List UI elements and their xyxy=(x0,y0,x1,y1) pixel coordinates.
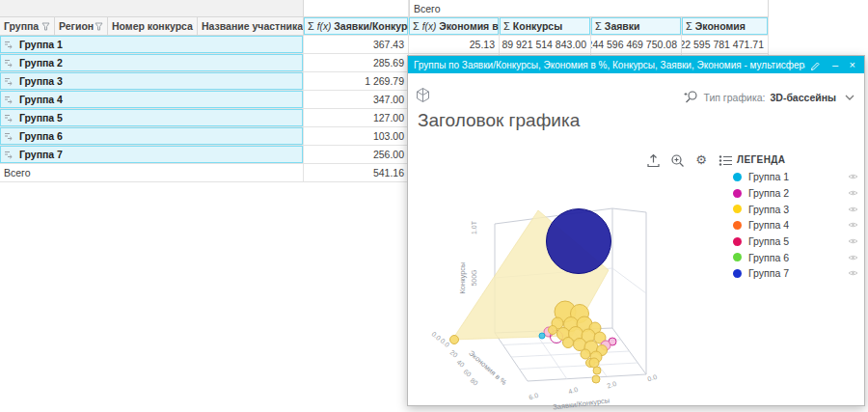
band-blank-cell xyxy=(304,0,409,17)
table-row-group[interactable]: Группа 7 xyxy=(0,146,304,164)
legend-label: Группа 7 xyxy=(748,267,841,279)
table-row-group[interactable]: Группа 1 xyxy=(0,36,304,54)
column-header-gruppa[interactable]: Группа xyxy=(0,17,55,36)
cell-value[interactable]: 1 269.79 xyxy=(304,72,409,91)
chart-legend: Группа 1 Группа 2 Группа 3 Группа 4 Груп xyxy=(733,169,858,282)
filter-funnel-icon[interactable] xyxy=(41,22,50,31)
chevron-down-icon[interactable] xyxy=(845,95,854,100)
drilldown-icon xyxy=(4,132,14,141)
column-header-label: Регион xyxy=(59,20,94,32)
filter-funnel-icon[interactable] xyxy=(95,22,103,31)
chart-bubble[interactable] xyxy=(589,358,599,368)
measure-label: Заявки xyxy=(605,20,640,32)
eye-icon[interactable] xyxy=(848,189,858,197)
column-header-label: Название участника xyxy=(202,20,303,32)
group-name: Группа 1 xyxy=(19,39,63,50)
cell-value[interactable]: 103.00 xyxy=(304,127,409,146)
cell-value[interactable]: 347.00 xyxy=(304,91,409,109)
3d-bubble-plot[interactable]: 1.0T 500G Конкурсы 0.0 0.0 20 40 60 80 Э… xyxy=(416,170,724,411)
export-icon[interactable] xyxy=(645,152,661,168)
table-row-group[interactable]: Группа 2 xyxy=(0,54,304,72)
drilldown-icon xyxy=(4,59,14,68)
cell-value[interactable]: 367.43 xyxy=(304,36,409,54)
measure-header-ekonomiya-pct[interactable]: Σ f(x) Экономия в % xyxy=(409,17,500,36)
column-header-nomer-konkursa[interactable]: Номер конкурса xyxy=(108,17,198,36)
legend-item[interactable]: Группа 7 xyxy=(733,265,858,282)
measure-label: Заявки/Конкурсы xyxy=(334,20,409,32)
chart-bubble[interactable] xyxy=(592,375,600,383)
cell-value[interactable]: 127.00 xyxy=(304,109,409,127)
dialog-titlebar[interactable]: Группы по Заявки/Конкурсы, Экономия в %,… xyxy=(408,56,864,73)
zoom-icon[interactable] xyxy=(669,152,685,168)
svg-text:20: 20 xyxy=(448,348,459,358)
group-name: Группа 2 xyxy=(19,57,63,69)
fx-label: f(x) xyxy=(317,21,331,32)
sigma-icon: Σ xyxy=(503,20,510,32)
group-name: Группа 4 xyxy=(19,94,63,105)
chart-bubble[interactable] xyxy=(593,367,601,374)
measure-header-zayavki-konkursy[interactable]: Σ f(x) Заявки/Конкурсы xyxy=(304,17,409,36)
table-row-group[interactable]: Группа 4 xyxy=(0,91,304,109)
cell-value[interactable]: 22 595 781 471.71 xyxy=(682,36,769,54)
cell-value[interactable]: 25.13 xyxy=(409,36,500,54)
chart-bubble[interactable] xyxy=(539,333,545,339)
legend-item[interactable]: Группа 3 xyxy=(733,201,858,217)
legend-item[interactable]: Группа 2 xyxy=(733,185,858,202)
drilldown-icon xyxy=(4,77,14,86)
minimize-button[interactable]: – xyxy=(829,57,842,72)
measure-header-zayavki[interactable]: Σ Заявки xyxy=(591,17,682,36)
table-row-group[interactable]: Группа 5 xyxy=(0,109,304,127)
edit-pencil-icon[interactable] xyxy=(810,60,820,70)
chart-bubble[interactable] xyxy=(581,349,590,359)
eye-icon[interactable] xyxy=(848,221,858,229)
cell-value[interactable]: 541.16 xyxy=(304,164,409,182)
group-name: Группа 5 xyxy=(19,112,63,124)
measure-header-ekonomiya[interactable]: Σ Экономия xyxy=(682,17,769,36)
close-button[interactable]: × xyxy=(846,57,858,72)
total-band-cell: Всего xyxy=(409,0,769,17)
eye-icon[interactable] xyxy=(848,237,858,245)
column-header-label: Группа xyxy=(4,20,39,32)
chart-bubble[interactable] xyxy=(549,326,557,335)
measure-label: Конкурсы xyxy=(513,20,562,32)
eye-icon[interactable] xyxy=(848,206,858,213)
legend-color-dot xyxy=(733,253,742,261)
column-header-label: Номер конкурса xyxy=(112,20,193,32)
eye-icon[interactable] xyxy=(848,269,858,277)
group-name: Группа 7 xyxy=(19,149,63,160)
legend-item[interactable]: Группа 6 xyxy=(733,249,858,265)
legend-label: Группа 4 xyxy=(748,219,841,231)
legend-label: Группа 3 xyxy=(748,204,841,215)
chart-bubble-largest[interactable] xyxy=(547,209,611,274)
legend-item[interactable]: Группа 5 xyxy=(733,233,858,250)
sigma-icon: Σ xyxy=(308,20,314,32)
settings-gear-icon[interactable]: ⚙ xyxy=(693,152,709,168)
legend-color-dot xyxy=(733,173,742,181)
legend-item[interactable]: Группа 1 xyxy=(733,169,858,185)
chart-bubble[interactable] xyxy=(450,336,459,344)
legend-color-dot xyxy=(733,189,742,198)
cube-3d-icon[interactable] xyxy=(415,87,431,103)
chart-bubble[interactable] xyxy=(563,338,574,348)
measure-label: Экономия xyxy=(695,20,746,32)
cell-value[interactable]: 89 921 514 843.00 xyxy=(500,36,591,54)
table-row-group[interactable]: Группа 6 xyxy=(0,127,304,146)
column-header-region[interactable]: Регион xyxy=(55,17,108,36)
column-header-nazvanie-uchastnika[interactable]: Название участника xyxy=(198,17,304,36)
cell-value[interactable]: 256.00 xyxy=(304,146,409,164)
cell-value[interactable]: 244 596 469 750.08 xyxy=(591,36,682,54)
eye-icon[interactable] xyxy=(848,173,858,180)
eye-icon[interactable] xyxy=(848,254,858,261)
legend-list-icon[interactable] xyxy=(718,152,733,168)
svg-text:Конкурсы: Конкурсы xyxy=(458,261,467,293)
chart-bubble[interactable] xyxy=(574,339,586,351)
measure-header-konkursy[interactable]: Σ Конкурсы xyxy=(500,17,591,36)
cell-value[interactable]: 285.69 xyxy=(304,54,409,72)
legend-item[interactable]: Группа 4 xyxy=(733,217,858,233)
chart-type-selector[interactable]: Тип графика: 3D-бассейны xyxy=(684,90,854,104)
measure-label: Экономия в % xyxy=(439,20,500,32)
legend-label: Группа 1 xyxy=(748,171,841,182)
table-row-group[interactable]: Группа 3 xyxy=(0,72,304,91)
legend-label: Группа 6 xyxy=(748,252,841,263)
sigma-icon: Σ xyxy=(595,20,602,32)
